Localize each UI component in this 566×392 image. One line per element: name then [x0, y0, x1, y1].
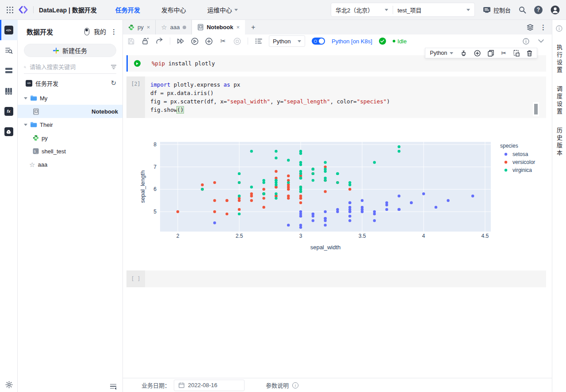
params-label: 参数说明: [266, 381, 289, 389]
cut-cell-button[interactable]: ✂: [501, 49, 506, 57]
shell-icon: $_: [33, 148, 39, 154]
mine-toggle[interactable]: [84, 28, 89, 35]
cell-scrollbar[interactable]: [533, 102, 539, 116]
section-title: 任务开发: [35, 79, 58, 88]
cell-kernel-select[interactable]: Python: [430, 50, 453, 56]
avatar[interactable]: [551, 5, 560, 15]
tab-py[interactable]: py×: [123, 20, 156, 34]
stop-button[interactable]: [233, 38, 241, 45]
caret-down-icon[interactable]: [24, 124, 27, 126]
refresh-icon[interactable]: ↻: [111, 79, 116, 87]
right-panel-tab[interactable]: 历史版本: [555, 127, 563, 157]
empty-cell[interactable]: [ ]: [126, 270, 546, 287]
svg-text:setosa: setosa: [512, 151, 528, 157]
notebook-icon: [33, 108, 39, 115]
right-panel-tab[interactable]: 调度设置: [555, 86, 563, 116]
legend-item-setosa[interactable]: setosa: [505, 151, 528, 157]
sidebar-title: 数据开发: [27, 27, 53, 36]
run-cell-button[interactable]: [191, 38, 199, 45]
caret-down-icon[interactable]: [24, 97, 27, 99]
rack-icon: [5, 88, 12, 95]
tree-item-my[interactable]: My: [18, 91, 122, 105]
region-select[interactable]: 华北2（北京）: [331, 6, 393, 14]
right-panel-tab[interactable]: 执行设置: [555, 44, 563, 74]
info-icon[interactable]: [556, 25, 562, 32]
rail-item-resources[interactable]: [0, 81, 18, 101]
lock-button[interactable]: [142, 38, 149, 45]
tab-notebook[interactable]: Notebook×: [192, 20, 245, 34]
search-list-icon: [5, 46, 13, 54]
k8s-toggle[interactable]: [312, 38, 325, 45]
nav-item[interactable]: 运维中心: [207, 5, 238, 14]
x-axis-label: sepal_width: [310, 244, 341, 251]
collapse-icon: [110, 384, 116, 389]
console-button[interactable]: 控制台: [483, 6, 511, 14]
paste-cell-button[interactable]: [513, 50, 520, 57]
close-tab-icon[interactable]: ×: [147, 24, 150, 30]
delete-cell-button[interactable]: [527, 50, 532, 57]
add-cell-button[interactable]: [205, 38, 213, 45]
new-tab-button[interactable]: +: [245, 20, 261, 34]
cut-cell-button[interactable]: ✂: [219, 38, 227, 45]
kebab-menu-icon[interactable]: ⋮: [540, 24, 547, 30]
code-icon: </>: [26, 80, 32, 87]
search-input[interactable]: [30, 64, 107, 70]
info-icon[interactable]: [523, 38, 529, 45]
nav-item[interactable]: 任务开发: [115, 5, 140, 14]
tab-aaa[interactable]: ☆aaa: [156, 20, 192, 34]
app-grid-icon[interactable]: [6, 6, 14, 14]
new-task-button[interactable]: 新建任务: [24, 44, 116, 57]
tree-item-notebook[interactable]: Notebook: [18, 105, 122, 118]
status-dot: [393, 40, 395, 42]
submit-publish-button[interactable]: [156, 38, 163, 45]
project-select[interactable]: test_项目: [393, 6, 474, 14]
scrollbar-thumb[interactable]: [534, 104, 538, 114]
scatter-plot: 22.533.544.55678sepal_widthsepal_lengths…: [123, 137, 548, 255]
sidebar-search: [24, 61, 116, 74]
help-icon[interactable]: ?: [534, 6, 543, 14]
copy-cell-button[interactable]: [488, 50, 494, 57]
tree-item-aaa[interactable]: ☆aaa: [18, 158, 122, 171]
code-icon: </>: [4, 26, 13, 34]
top-bar: DataLeap | 数据开发 任务开发发布中心运维中心 华北2（北京） tes…: [0, 0, 566, 20]
search-icon[interactable]: [519, 6, 526, 14]
outline-button[interactable]: [255, 38, 262, 45]
tree-item-py[interactable]: py: [18, 131, 122, 145]
kernel-ok-icon: [379, 38, 386, 45]
close-tab-icon[interactable]: ×: [236, 24, 240, 30]
info-icon[interactable]: i: [292, 382, 298, 388]
cell-code[interactable]: [145, 270, 546, 287]
legend-item-virginica[interactable]: virginica: [505, 167, 532, 173]
kebab-menu-icon[interactable]: ⋮: [111, 28, 117, 35]
business-date-input[interactable]: 2022-08-16: [174, 380, 245, 391]
cell-code[interactable]: import plotly.express as pxdf = px.data.…: [145, 76, 546, 118]
tab-label: Notebook: [207, 24, 233, 30]
code-cell-2[interactable]: [2] import plotly.express as pxdf = px.d…: [126, 76, 546, 118]
clear-output-button[interactable]: [460, 50, 467, 57]
rail-item-explore[interactable]: [0, 40, 18, 61]
task-tree: MyNotebookTheirpy$_shell_test☆aaa: [18, 91, 122, 171]
rail-item-data-dev[interactable]: </>: [0, 20, 18, 40]
tree-item-shell_test[interactable]: $_shell_test: [18, 145, 122, 158]
svg-text:versicolor: versicolor: [512, 159, 535, 165]
tab-label: py: [138, 24, 144, 30]
collapse-sidebar-button[interactable]: [110, 384, 116, 389]
rail-item-settings[interactable]: [0, 381, 18, 388]
add-cell-button[interactable]: [474, 50, 481, 57]
console-icon: [483, 7, 491, 13]
rail-item-drive[interactable]: [0, 122, 18, 142]
collapse-toolbar-icon[interactable]: [538, 39, 544, 43]
svg-text:3.5: 3.5: [359, 233, 366, 239]
filter-icon[interactable]: [111, 65, 116, 69]
legend-item-versicolor[interactable]: versicolor: [505, 159, 535, 165]
calendar-icon: [179, 382, 184, 388]
rail-item-functions[interactable]: fx: [0, 101, 18, 122]
kernel-select[interactable]: Python: [269, 35, 305, 47]
save-button[interactable]: [127, 38, 135, 45]
layers-icon[interactable]: [527, 24, 534, 31]
tree-item-their[interactable]: Their: [18, 118, 122, 131]
run-all-button[interactable]: [177, 38, 184, 45]
rail-item-queue[interactable]: [0, 61, 18, 81]
nav-item[interactable]: 发布中心: [161, 5, 186, 14]
svg-text:4: 4: [422, 233, 425, 239]
